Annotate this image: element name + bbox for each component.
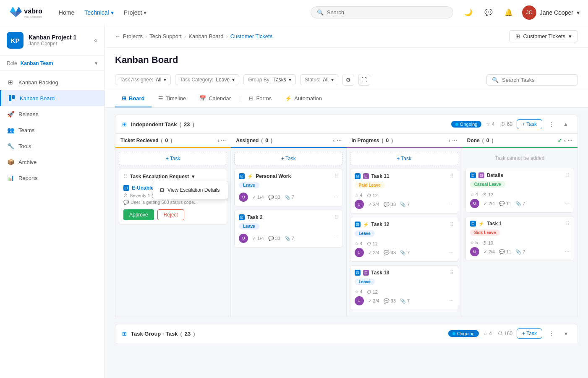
- tab-board[interactable]: ⊞ Board: [115, 90, 152, 107]
- breadcrumb-customer-tickets[interactable]: Customer Tickets: [230, 33, 272, 39]
- sidebar-item-teams[interactable]: 👥 Teams: [0, 122, 105, 138]
- task-category-filter[interactable]: Task Category: Leave ▾: [175, 74, 239, 85]
- fullscreen-btn[interactable]: ⛶: [358, 74, 370, 86]
- more-icon[interactable]: ⋯: [565, 201, 570, 206]
- back-arrow-icon[interactable]: ←: [115, 33, 120, 39]
- task-title[interactable]: Task 1: [487, 221, 563, 227]
- nav-technical[interactable]: Technical ▾: [84, 9, 113, 16]
- task-card-task12: ⊡ ⚡ Task 12 ⠿ Leave ☆ 4 ⏱ 12 U: [350, 217, 458, 262]
- sidebar-collapse-btn[interactable]: «: [94, 36, 98, 44]
- add-task-btn[interactable]: + Task: [517, 119, 542, 129]
- task-card-task11: ⊡ ⊡ Task 11 ⠿ Paid Leave ☆ 4 ⏱ 12: [350, 169, 458, 214]
- check-count: ✓ 2/4: [368, 250, 379, 255]
- task-title[interactable]: Task 11: [371, 173, 447, 179]
- add-task-btn-2[interactable]: + Task: [517, 328, 542, 339]
- avatar: U: [355, 296, 364, 305]
- task-type-icon: ⊡: [355, 222, 361, 227]
- search-tasks[interactable]: 🔍: [486, 74, 578, 86]
- task-title[interactable]: Task 13: [371, 270, 447, 276]
- sidebar-item-archive[interactable]: 📦 Archive: [0, 154, 105, 170]
- breadcrumb-projects[interactable]: Projects: [123, 33, 143, 39]
- status-badge[interactable]: Ongoing: [451, 121, 482, 128]
- tab-automation[interactable]: ⚡ Automation: [278, 90, 329, 107]
- group-more-btn[interactable]: ⋮: [546, 119, 557, 129]
- more-icon[interactable]: ⋯: [334, 195, 338, 200]
- task-title[interactable]: Personal Work: [256, 173, 332, 179]
- more-icon[interactable]: ⋯: [567, 138, 572, 143]
- group-collapse-btn[interactable]: ▲: [561, 119, 571, 129]
- search-input[interactable]: [327, 9, 447, 16]
- approve-btn[interactable]: Approve: [123, 209, 154, 220]
- svg-text:Plan · Collaborate · Deliver: Plan · Collaborate · Deliver: [24, 15, 42, 18]
- sidebar-item-label: Release: [18, 111, 39, 117]
- tab-forms[interactable]: ⊟ Forms: [242, 90, 278, 107]
- dark-mode-toggle[interactable]: 🌙: [462, 6, 475, 19]
- notifications-icon[interactable]: 🔔: [502, 6, 515, 19]
- more-icon[interactable]: ⋯: [449, 202, 454, 207]
- chevron-down-icon[interactable]: ▾: [95, 60, 98, 66]
- collapse-icon[interactable]: ‹: [217, 138, 219, 143]
- task-card-header: ⊡ ⚡ Personal Work ⠿: [239, 173, 338, 179]
- svg-marker-0: [10, 6, 16, 11]
- customer-tickets-btn[interactable]: ⊞ Customer Tickets ▾: [509, 30, 578, 42]
- task-assignee-filter[interactable]: Task Assignee: All ▾: [115, 74, 171, 85]
- global-search[interactable]: 🔍: [311, 6, 453, 18]
- user-menu[interactable]: JC Jane Cooper ▾: [522, 5, 580, 20]
- clock-icon: ⏱: [123, 193, 128, 198]
- attachment-count: 📎 7: [400, 250, 410, 255]
- group-title: Independent Task (23): [131, 121, 447, 128]
- sidebar-item-tools[interactable]: 🔧 Tools: [0, 138, 105, 154]
- add-task-in-progress[interactable]: + Task: [350, 152, 458, 165]
- breadcrumb-tech-support[interactable]: Tech Support: [149, 33, 182, 39]
- avatar: U: [355, 200, 364, 209]
- task-title[interactable]: Task 12: [371, 222, 447, 227]
- col-body-assigned: + Task ⊡ ⚡ Personal Work ⠿ Leave U: [231, 149, 346, 317]
- search-tasks-input[interactable]: [502, 77, 572, 83]
- task-type-icon: ⊡: [239, 214, 245, 220]
- project-avatar: KP: [7, 32, 24, 49]
- task-card-personal-work: ⊡ ⚡ Personal Work ⠿ Leave U ✓ 1/4 💬 33 📎…: [234, 169, 342, 206]
- more-icon[interactable]: ⋯: [449, 298, 454, 304]
- collapse-icon[interactable]: ‹: [564, 138, 566, 143]
- task-title[interactable]: Task 2: [247, 214, 332, 220]
- more-icon[interactable]: ⋯: [452, 138, 457, 143]
- tab-separator: |: [238, 90, 242, 107]
- tab-calendar[interactable]: 📅 Calendar: [193, 90, 238, 107]
- collapse-icon[interactable]: ‹: [449, 138, 450, 143]
- escalation-dropdown[interactable]: Task Escalation Request ▾: [130, 174, 222, 180]
- collapse-icon[interactable]: ‹: [333, 138, 335, 143]
- nav-project[interactable]: Project ▾: [124, 9, 147, 16]
- nav-home[interactable]: Home: [59, 9, 74, 16]
- group-more-btn-2[interactable]: ⋮: [546, 328, 557, 339]
- view-escalation-details-btn[interactable]: ⊡ View Escalation Details: [153, 184, 228, 196]
- more-icon[interactable]: ⋯: [449, 250, 454, 255]
- drag-icon: ⠿: [335, 173, 338, 179]
- add-task-ticket-received[interactable]: + Task: [119, 152, 227, 165]
- group-by-filter[interactable]: Group By: Tasks ▾: [243, 74, 296, 85]
- reject-btn[interactable]: Reject: [157, 209, 184, 220]
- tab-timeline[interactable]: ☰ Timeline: [152, 90, 193, 107]
- status-badge-2[interactable]: Ongoing: [448, 330, 479, 337]
- sidebar-item-kanban-backlog[interactable]: ⊞ Kanban Backlog: [0, 74, 105, 90]
- sidebar-item-kanban-board[interactable]: Kanban Board: [0, 90, 105, 106]
- logo[interactable]: vabro Plan · Collaborate · Deliver: [8, 4, 42, 21]
- task-title[interactable]: Details: [487, 172, 563, 178]
- group-table-icon: ⊞: [122, 121, 127, 128]
- attachment-count: 📎 7: [400, 202, 410, 207]
- svg-text:vabro: vabro: [24, 7, 42, 14]
- more-icon[interactable]: ⋯: [221, 138, 226, 143]
- more-icon[interactable]: ⋯: [334, 236, 338, 241]
- chevron-down-icon: ▾: [577, 9, 580, 16]
- more-icon[interactable]: ⋯: [337, 138, 342, 143]
- sidebar-item-release[interactable]: 🚀 Release: [0, 106, 105, 122]
- group-collapse-btn-2[interactable]: ▾: [561, 328, 571, 339]
- add-task-assigned[interactable]: + Task: [234, 152, 342, 165]
- more-icon[interactable]: ⋯: [565, 249, 570, 255]
- filter-settings-btn[interactable]: ⚙: [342, 74, 354, 86]
- messages-icon[interactable]: 💬: [482, 6, 495, 19]
- breadcrumb-kanban-board[interactable]: Kanban Board: [188, 33, 223, 39]
- sidebar-item-reports[interactable]: 📊 Reports: [0, 170, 105, 186]
- task-meta: ☆ 4 ⏱ 12: [355, 289, 454, 295]
- hour-count: ⏱ 12: [482, 192, 493, 197]
- status-filter[interactable]: Status: All ▾: [300, 74, 338, 85]
